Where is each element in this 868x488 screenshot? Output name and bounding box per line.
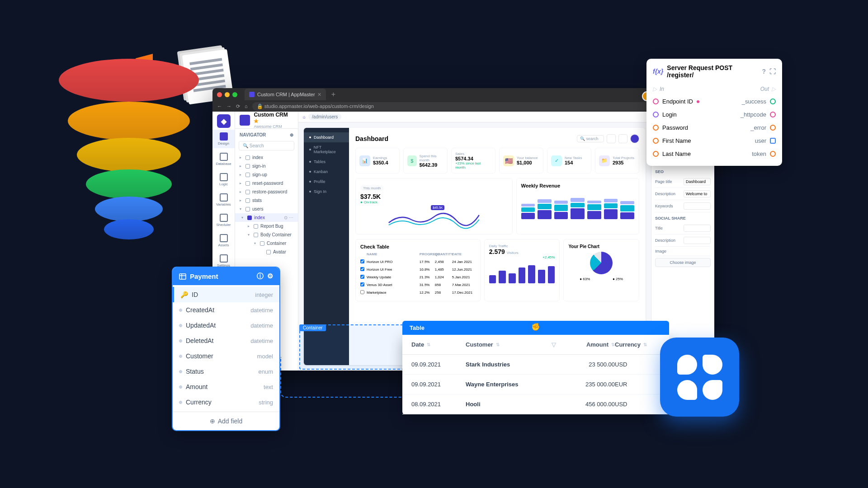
- browser-tab[interactable]: Custom CRM | AppMaster ×: [245, 89, 326, 100]
- theme-button[interactable]: [618, 134, 627, 143]
- row-checkbox[interactable]: [360, 290, 364, 294]
- breadcrumb-home-icon[interactable]: ⌂: [303, 114, 306, 119]
- table-row[interactable]: Horizon UI PRO17.5%2,45824 Jan 2021: [360, 258, 476, 266]
- tree-item-sign-in[interactable]: ▸sign-in: [235, 162, 298, 170]
- social-desc-input[interactable]: [684, 237, 711, 244]
- field-row-updatedat[interactable]: UpdatedAtdatetime: [173, 318, 279, 333]
- rail-item-assets[interactable]: Assets: [212, 231, 235, 250]
- maximize-icon[interactable]: ⛶: [769, 68, 776, 75]
- output-port-icon[interactable]: [770, 99, 776, 104]
- info-icon[interactable]: ⓘ: [257, 272, 264, 281]
- choose-image-button[interactable]: Choose image: [655, 258, 711, 267]
- output-port-icon[interactable]: [770, 125, 776, 131]
- server-request-card[interactable]: f{x} Server Request POST /register/ ?⛶ ▷…: [646, 59, 782, 166]
- table-component[interactable]: Table ✊ Date⇅ Customer⇅▽ Amount⇅ Currenc…: [402, 321, 669, 414]
- col-customer[interactable]: Customer⇅▽: [466, 341, 556, 348]
- table-row[interactable]: 09.09.2021Wayne Enterprises235 000.00EUR: [402, 375, 669, 394]
- row-checkbox[interactable]: [360, 267, 364, 271]
- tree-item-container[interactable]: ▾Container: [235, 239, 298, 248]
- table-row[interactable]: Weekly Update21.3%1,0245.Jan.2021: [360, 273, 476, 281]
- page-title-input[interactable]: [684, 178, 711, 185]
- social-title-input[interactable]: [684, 225, 711, 232]
- url-bar[interactable]: 🔒 studio.appmaster.io/web-apps/custom-cr…: [252, 102, 710, 111]
- table-row[interactable]: Horizon UI Free10.8%1,48512.Jun.2021: [360, 266, 476, 273]
- table-component-header[interactable]: Table ✊: [402, 321, 669, 335]
- row-checkbox[interactable]: [360, 259, 364, 263]
- rail-item-logic[interactable]: Logic: [212, 170, 235, 189]
- play-icon[interactable]: ▷: [772, 86, 776, 92]
- new-tab-button[interactable]: +: [331, 90, 335, 99]
- field-row-createdat[interactable]: CreatedAtdatetime: [173, 302, 279, 318]
- nav-back-icon[interactable]: ←: [217, 103, 222, 109]
- sidebar-item-nft[interactable]: NFT Marketplace: [304, 142, 349, 157]
- output-port-icon[interactable]: [770, 112, 776, 117]
- table-row[interactable]: 09.09.2021Stark Industries23 500.00USD: [402, 355, 669, 375]
- tree-item-stats[interactable]: ▸stats: [235, 196, 298, 205]
- user-avatar[interactable]: [630, 134, 639, 143]
- window-minimize-icon[interactable]: [225, 92, 230, 97]
- sidebar-item-signin[interactable]: Sign In: [304, 187, 349, 197]
- col-amount[interactable]: Amount⇅: [556, 341, 615, 348]
- sidebar-item-tables[interactable]: Tables: [304, 157, 349, 167]
- field-row-customer[interactable]: Customermodel: [173, 348, 279, 364]
- description-input[interactable]: [684, 190, 711, 197]
- breadcrumb-path[interactable]: /admin/users: [308, 113, 341, 120]
- keywords-input[interactable]: [684, 202, 711, 210]
- tree-item-body-container[interactable]: ▾Body Container: [235, 230, 298, 239]
- sidebar-item-profile[interactable]: Profile: [304, 177, 349, 187]
- sidebar-item-kanban[interactable]: Kanban: [304, 167, 349, 177]
- tree-item-report-bug[interactable]: ▸Report Bug: [235, 222, 298, 230]
- rail-item-scheduler[interactable]: Sheduler: [212, 211, 235, 230]
- input-port-icon[interactable]: [653, 99, 659, 104]
- field-row-status[interactable]: Statusenum: [173, 364, 279, 379]
- add-page-icon[interactable]: ⊕: [290, 132, 293, 137]
- sort-icon[interactable]: ⇅: [643, 342, 647, 347]
- input-port-icon[interactable]: [653, 138, 659, 144]
- field-row-id[interactable]: 🔑IDinteger: [173, 287, 279, 302]
- sidebar-item-dashboard[interactable]: Dashboard: [304, 132, 349, 142]
- tree-item-index[interactable]: ▸index: [235, 153, 298, 162]
- rail-item-variables[interactable]: Variables: [212, 191, 235, 209]
- sort-icon[interactable]: ⇅: [496, 342, 500, 347]
- nav-reload-icon[interactable]: ⟳: [236, 103, 240, 109]
- star-icon[interactable]: ★: [254, 118, 259, 124]
- sort-icon[interactable]: ⇅: [611, 342, 615, 347]
- tree-item-reset-password[interactable]: ▸reset-password: [235, 179, 298, 188]
- tree-item-restore-password[interactable]: ▸restore-password: [235, 188, 298, 196]
- filter-icon[interactable]: ▽: [552, 341, 556, 348]
- table-row[interactable]: 08.09.2021Hooli456 000.00USD: [402, 394, 669, 414]
- input-port-icon[interactable]: [653, 112, 659, 117]
- model-header[interactable]: Payment ⓘ ⚙: [173, 267, 279, 285]
- rail-item-database[interactable]: Database: [212, 150, 235, 169]
- app-logo-icon[interactable]: ◆: [217, 114, 231, 128]
- row-checkbox[interactable]: [360, 282, 364, 286]
- tab-close-icon[interactable]: ×: [318, 91, 321, 98]
- output-port-icon[interactable]: [770, 151, 776, 157]
- input-port-icon[interactable]: [653, 125, 659, 131]
- tree-item-users-index[interactable]: ▾index⊙ ⋯: [235, 213, 298, 222]
- table-row[interactable]: Marketplace12.2%25817.Dec.2021: [360, 289, 476, 296]
- sort-icon[interactable]: ⇅: [427, 342, 430, 347]
- field-row-currency[interactable]: Currencystring: [173, 394, 279, 410]
- payment-model-card[interactable]: Payment ⓘ ⚙ 🔑IDinteger CreatedAtdatetime…: [172, 267, 280, 431]
- dashboard-search-input[interactable]: 🔍 search: [577, 135, 604, 142]
- field-row-amount[interactable]: Amounttext: [173, 379, 279, 394]
- col-date[interactable]: Date⇅: [411, 341, 466, 348]
- navigator-search-input[interactable]: 🔍 Search: [239, 141, 294, 150]
- play-icon[interactable]: ▷: [653, 86, 657, 92]
- add-field-button[interactable]: ⊕Add field: [173, 412, 279, 430]
- output-port-icon[interactable]: [770, 138, 776, 144]
- notification-button[interactable]: [607, 134, 616, 143]
- tree-item-users[interactable]: ▾users: [235, 205, 298, 213]
- tree-item-avatar[interactable]: Avatar: [235, 248, 298, 256]
- table-row[interactable]: Venus 3D Asset31.5%8587.Mar.2021: [360, 281, 476, 289]
- input-port-icon[interactable]: [653, 151, 659, 157]
- nav-home-icon[interactable]: ⌂: [245, 103, 248, 109]
- help-icon[interactable]: ?: [762, 68, 766, 75]
- tree-item-sign-up[interactable]: ▸sign-up: [235, 170, 298, 179]
- col-currency[interactable]: Currency⇅: [615, 341, 660, 348]
- nav-forward-icon[interactable]: →: [226, 103, 231, 109]
- window-close-icon[interactable]: [217, 92, 222, 97]
- rail-item-design[interactable]: Design: [212, 130, 235, 148]
- item-actions-icon[interactable]: ⊙ ⋯: [284, 215, 293, 220]
